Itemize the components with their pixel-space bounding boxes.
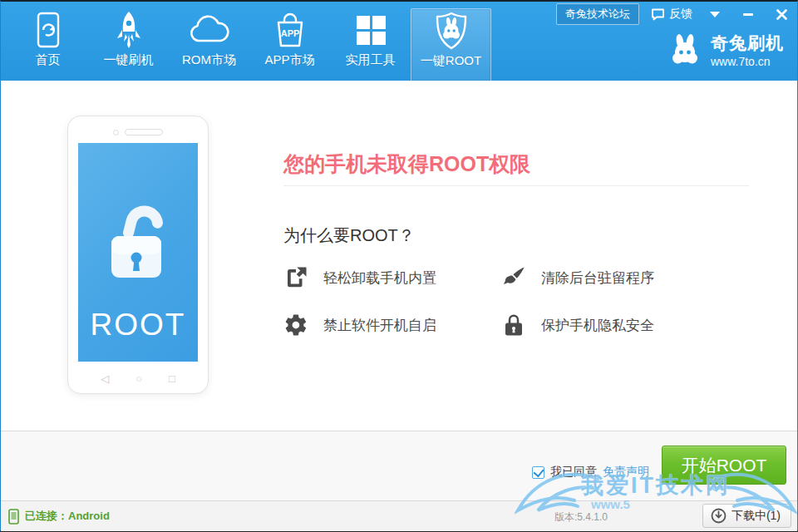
phone-screen-text: ROOT bbox=[91, 308, 186, 342]
nav-item-home[interactable]: 首页 bbox=[7, 8, 88, 81]
grid-icon bbox=[354, 8, 387, 52]
back-icon: ◁ bbox=[101, 372, 109, 385]
speaker-slot-icon bbox=[125, 129, 163, 135]
feature-clean: 清除后台驻留程序 bbox=[501, 265, 719, 290]
agree-label: 我已同意 bbox=[550, 465, 597, 480]
rabbit-logo-icon bbox=[667, 32, 703, 68]
download-label: 下载中(1) bbox=[732, 509, 781, 524]
recent-square-icon: □ bbox=[169, 372, 175, 385]
titlebar: 奇兔技术论坛 反馈 bbox=[556, 4, 792, 24]
home-circle-icon: ○ bbox=[135, 372, 142, 385]
phone-illustration: ROOT ◁ ○ □ bbox=[67, 116, 209, 394]
connected-phone-icon bbox=[8, 509, 19, 525]
feature-autostart: 禁止软件开机自启 bbox=[283, 313, 501, 337]
camera-dot-icon bbox=[113, 130, 119, 135]
forum-button[interactable]: 奇兔技术论坛 bbox=[556, 3, 639, 25]
close-icon bbox=[776, 9, 787, 20]
header: 首页 一键刷机 bbox=[1, 2, 797, 81]
agree-row: 我已同意 免责声明 bbox=[532, 465, 649, 480]
speech-bubble-icon bbox=[651, 8, 665, 21]
menu-dropdown-button[interactable] bbox=[704, 6, 726, 22]
feedback-label: 反馈 bbox=[669, 7, 692, 22]
nav-item-root[interactable]: 一键ROOT bbox=[411, 8, 491, 81]
connection-text: 已连接：Android bbox=[25, 509, 110, 524]
feedback-button[interactable]: 反馈 bbox=[651, 7, 692, 22]
why-root-heading: 为什么要ROOT？ bbox=[283, 224, 415, 247]
uninstall-icon bbox=[283, 265, 308, 290]
minimize-button[interactable] bbox=[737, 6, 759, 22]
chevron-down-icon bbox=[710, 12, 720, 17]
gear-icon bbox=[283, 313, 308, 337]
download-icon bbox=[711, 508, 727, 524]
feature-label: 保护手机隐私安全 bbox=[541, 316, 654, 335]
shield-rabbit-icon bbox=[434, 9, 469, 52]
home-refresh-icon bbox=[32, 8, 64, 52]
feature-label: 轻松卸载手机内置 bbox=[323, 268, 436, 288]
nav-label: 实用工具 bbox=[346, 52, 396, 68]
phone-speaker bbox=[68, 129, 208, 135]
action-bar: 我已同意 免责声明 开始ROOT bbox=[1, 431, 797, 500]
start-root-button[interactable]: 开始ROOT bbox=[662, 446, 786, 485]
page-title: 您的手机未取得ROOT权限 bbox=[283, 150, 530, 178]
brush-icon bbox=[501, 265, 526, 290]
minimize-icon bbox=[743, 13, 753, 16]
nav-label: 首页 bbox=[36, 52, 61, 68]
phone-nav-buttons: ◁ ○ □ bbox=[68, 372, 208, 385]
brand-logo: 奇兔刷机 www.7to.cn bbox=[667, 32, 784, 68]
svg-text:APP: APP bbox=[280, 28, 299, 38]
app-window: 首页 一键刷机 bbox=[0, 0, 798, 532]
lock-icon bbox=[501, 313, 526, 337]
nav-label: 一键ROOT bbox=[421, 53, 481, 69]
feature-list: 轻松卸载手机内置 清除后台驻留程序 禁止软件开机自启 bbox=[283, 265, 719, 337]
close-button[interactable] bbox=[771, 6, 792, 22]
nav-item-rom-market[interactable]: ROM市场 bbox=[169, 8, 249, 81]
feature-privacy: 保护手机隐私安全 bbox=[501, 313, 719, 337]
brand-url: www.7to.cn bbox=[711, 55, 784, 68]
rocket-icon bbox=[112, 8, 145, 52]
cloud-icon bbox=[188, 8, 231, 52]
nav-label: 一键刷机 bbox=[104, 52, 154, 68]
connection-status: 已连接：Android bbox=[8, 501, 110, 531]
main-content: ROOT ◁ ○ □ 您的手机未取得ROOT权限 为什么要ROOT？ 轻松卸载手… bbox=[1, 81, 797, 431]
download-button[interactable]: 下载中(1) bbox=[702, 504, 791, 528]
feature-label: 清除后台驻留程序 bbox=[541, 268, 654, 288]
feature-uninstall: 轻松卸载手机内置 bbox=[283, 265, 501, 290]
divider bbox=[283, 185, 749, 186]
nav-label: ROM市场 bbox=[182, 52, 236, 68]
disclaimer-link[interactable]: 免责声明 bbox=[603, 465, 649, 480]
feature-label: 禁止软件开机自启 bbox=[323, 316, 436, 335]
phone-screen: ROOT bbox=[78, 143, 198, 362]
nav-label: APP市场 bbox=[264, 52, 314, 68]
main-nav: 首页 一键刷机 bbox=[7, 2, 491, 81]
nav-item-app-market[interactable]: APP APP市场 bbox=[249, 8, 330, 81]
version-text: 版本:5.4.1.0 bbox=[554, 510, 608, 525]
brand-name: 奇兔刷机 bbox=[711, 32, 784, 55]
agree-checkbox[interactable] bbox=[532, 466, 544, 479]
nav-item-flash[interactable]: 一键刷机 bbox=[88, 8, 169, 81]
status-bar: 已连接：Android 版本:5.4.1.0 下载中(1) bbox=[1, 500, 797, 531]
app-bag-icon: APP bbox=[272, 8, 308, 52]
nav-item-tools[interactable]: 实用工具 bbox=[330, 8, 411, 81]
unlock-icon bbox=[100, 198, 176, 298]
